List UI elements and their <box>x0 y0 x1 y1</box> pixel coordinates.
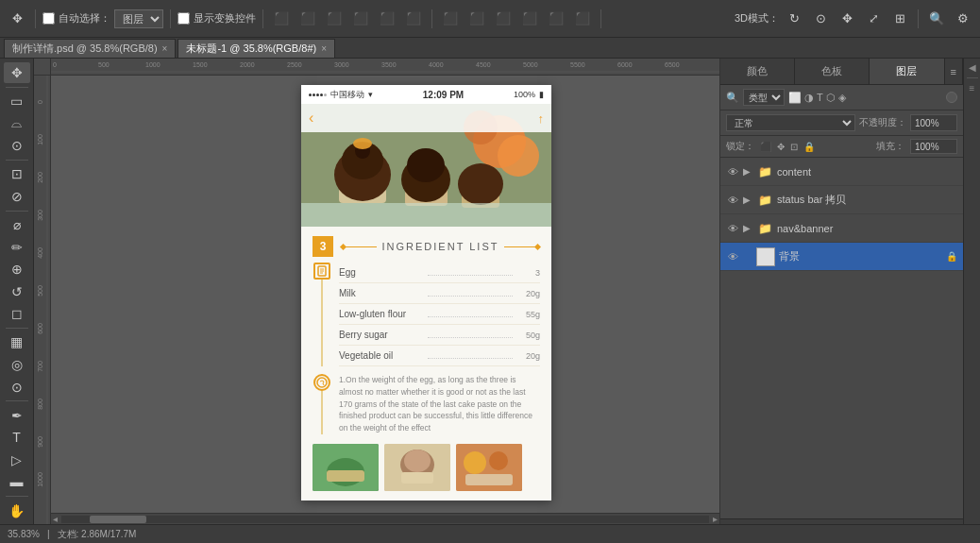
3d-roll-icon[interactable]: ⊙ <box>809 8 832 30</box>
nav-share-button[interactable]: ↑ <box>538 111 545 126</box>
move-tool-icon[interactable]: ✥ <box>6 8 28 30</box>
instructions-timeline <box>313 374 331 434</box>
h-scroll-track[interactable] <box>61 516 709 523</box>
crop-tool[interactable]: ⊡ <box>4 164 30 185</box>
filter-text-icon[interactable]: T <box>817 92 823 103</box>
clone-tool[interactable]: ⊕ <box>4 259 30 280</box>
layer-visibility-toggle[interactable] <box>946 92 957 103</box>
toolbar-separator-3 <box>262 9 263 28</box>
ruler-left: 0 100 200 300 400 500 600 700 800 900 10… <box>34 76 51 543</box>
layer-eye-content[interactable]: 👁 <box>726 166 739 178</box>
thumb-1[interactable] <box>313 444 379 491</box>
h-scroll-thumb[interactable] <box>90 516 146 523</box>
align-middle-icon[interactable]: ⬛ <box>376 8 398 30</box>
layer-item-content[interactable]: 👁 ▶ 📁 content <box>720 158 963 186</box>
quick-select-tool[interactable]: ⊙ <box>4 135 30 156</box>
filter-adj-icon[interactable]: ◑ <box>804 92 814 104</box>
ingredient-row-sugar: Berry sugar 50g <box>339 325 540 346</box>
horizontal-scrollbar[interactable]: ◂ ▸ <box>51 513 719 524</box>
healing-tool[interactable]: ⌀ <box>4 214 30 235</box>
tab-file1[interactable]: 制作详情.psd @ 35.8%(RGB/8) × <box>4 39 176 58</box>
align-right-icon[interactable]: ⬛ <box>323 8 346 30</box>
pen-tool[interactable]: ✒ <box>4 405 30 426</box>
fill-input[interactable]: 100% <box>910 139 957 154</box>
text-tool[interactable]: T <box>4 428 30 449</box>
auto-select-checkbox[interactable] <box>42 12 55 25</box>
3d-pan-icon[interactable]: ✥ <box>836 8 858 30</box>
history-brush-tool[interactable]: ↺ <box>4 281 30 302</box>
opacity-input[interactable]: 100% <box>910 114 957 131</box>
panel-list-icon[interactable]: ≡ <box>970 83 975 93</box>
lock-position-icon[interactable]: ✥ <box>777 142 785 152</box>
tab-swatches[interactable]: 色板 <box>795 59 870 84</box>
lock-all-icon[interactable]: 🔒 <box>803 142 815 152</box>
collapse-panel-icon[interactable]: ◀ <box>969 62 976 73</box>
svg-text:800: 800 <box>37 399 43 410</box>
align-left-icon[interactable]: ⬛ <box>270 8 293 30</box>
main-area: ✥ ▭ ⌓ ⊙ ⊡ ⊘ ⌀ ✏ ⊕ ↺ ◻ ▦ ◎ ⊙ ✒ T ▷ ▬ ✋ 🔍 … <box>0 59 980 543</box>
thumb-2[interactable] <box>384 444 450 491</box>
h-scroll-left-arrow[interactable]: ◂ <box>51 514 59 524</box>
layer-item-navbanner[interactable]: 👁 ▶ 📁 nav&banner <box>720 214 963 243</box>
path-tool[interactable]: ▷ <box>4 450 30 470</box>
eraser-tool[interactable]: ◻ <box>4 303 30 324</box>
distrib-top-icon[interactable]: ⬛ <box>518 8 541 30</box>
3d-slide-icon[interactable]: ⤢ <box>862 8 885 30</box>
diamond-right <box>534 243 541 249</box>
filter-type-select[interactable]: 类型 <box>743 89 785 106</box>
align-bottom-icon[interactable]: ⬛ <box>402 8 425 30</box>
filter-smart-icon[interactable]: ◈ <box>838 92 846 104</box>
settings-icon[interactable]: ⚙ <box>952 8 974 30</box>
search-icon[interactable]: 🔍 <box>925 8 948 30</box>
gradient-tool[interactable]: ▦ <box>4 332 30 353</box>
tab-layers[interactable]: 图层 <box>870 59 944 84</box>
shape-tool[interactable]: ▬ <box>4 472 30 493</box>
lock-artboard-icon[interactable]: ⊡ <box>790 142 798 152</box>
svg-text:1500: 1500 <box>193 61 208 68</box>
filter-shape-icon[interactable]: ⬡ <box>826 92 836 104</box>
tab-file2[interactable]: 未标题-1 @ 35.8%(RGB/8#) × <box>177 39 335 58</box>
lasso-tool[interactable]: ⌓ <box>4 113 30 134</box>
hand-tool[interactable]: ✋ <box>4 501 30 521</box>
tab-file1-close[interactable]: × <box>162 43 168 54</box>
layer-eye-statusbar[interactable]: 👁 <box>726 195 739 206</box>
distrib-bottom-icon[interactable]: ⬛ <box>571 8 594 30</box>
thumb-3[interactable] <box>456 444 522 491</box>
layer-arrow-content[interactable]: ▶ <box>743 166 752 177</box>
eyedropper-tool[interactable]: ⊘ <box>4 186 30 207</box>
align-top-icon[interactable]: ⬛ <box>349 8 372 30</box>
layer-eye-background[interactable]: 👁 <box>726 251 739 263</box>
blur-tool[interactable]: ◎ <box>4 354 30 375</box>
layer-arrow-navbanner[interactable]: ▶ <box>743 223 752 233</box>
filter-pixel-icon[interactable]: ⬜ <box>788 92 802 104</box>
layer-arrow-statusbar[interactable]: ▶ <box>743 195 752 205</box>
status-time: 12:09 PM <box>377 90 510 100</box>
move-tool[interactable]: ✥ <box>4 62 30 83</box>
h-scroll-right-arrow[interactable]: ▸ <box>711 514 719 524</box>
tab-color[interactable]: 颜色 <box>720 59 795 84</box>
layer-eye-navbanner[interactable]: 👁 <box>726 223 739 234</box>
panel-menu-icon[interactable]: ≡ <box>945 59 963 84</box>
blend-mode-select[interactable]: 正常 <box>726 114 855 131</box>
distrib-right-icon[interactable]: ⬛ <box>492 8 515 30</box>
marquee-tool[interactable]: ▭ <box>4 91 30 111</box>
distrib-left-icon[interactable]: ⬛ <box>439 8 462 30</box>
layer-item-statusbar[interactable]: 👁 ▶ 📁 status bar 拷贝 <box>720 186 963 214</box>
brush-tool[interactable]: ✏ <box>4 237 30 258</box>
align-center-icon[interactable]: ⬛ <box>296 8 319 30</box>
tab-file2-close[interactable]: × <box>321 43 327 54</box>
distrib-middle-icon[interactable]: ⬛ <box>545 8 567 30</box>
layer-list[interactable]: 👁 ▶ 📁 content 👁 ▶ 📁 status bar 拷贝 👁 ▶ 📁 … <box>720 158 963 518</box>
dodge-tool[interactable]: ⊙ <box>4 377 30 398</box>
instructions-section: 1.On the weight of the egg, as long as t… <box>313 374 540 434</box>
nav-back-button[interactable]: ‹ <box>309 110 313 127</box>
layer-item-background[interactable]: 👁 背景 🔒 <box>720 243 963 271</box>
transform-checkbox[interactable] <box>177 12 190 25</box>
layer-name-background: 背景 <box>779 249 942 263</box>
lock-pixels-icon[interactable]: ⬛ <box>760 142 771 152</box>
layer-select[interactable]: 图层 <box>114 9 163 28</box>
distrib-center-icon[interactable]: ⬛ <box>465 8 488 30</box>
3d-rotate-icon[interactable]: ↻ <box>783 8 805 30</box>
canvas-area[interactable]: 0 500 1000 1500 2000 2500 3000 3500 4000… <box>34 59 719 543</box>
3d-scale-icon[interactable]: ⊞ <box>888 8 911 30</box>
